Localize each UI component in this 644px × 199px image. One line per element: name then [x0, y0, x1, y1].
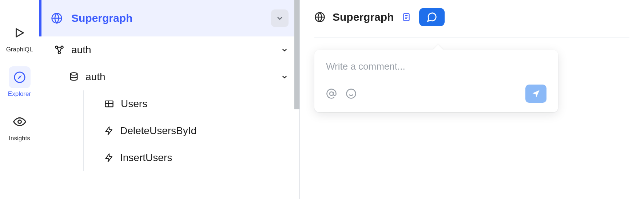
comment-input[interactable]	[326, 61, 546, 72]
action-icon	[104, 153, 114, 163]
chevron-down-icon	[275, 14, 284, 23]
tree-label: DeleteUsersById	[120, 125, 196, 137]
database-icon	[69, 72, 79, 82]
svg-point-7	[61, 46, 63, 48]
scrollbar[interactable]	[294, 0, 299, 109]
emoji-button[interactable]	[346, 88, 357, 99]
supergraph-title: Supergraph	[71, 12, 132, 24]
svg-marker-2	[17, 75, 21, 79]
at-icon	[326, 88, 337, 99]
supergraph-header[interactable]: Supergraph	[39, 0, 299, 36]
nav-item-explorer[interactable]: Explorer	[8, 66, 31, 98]
chat-icon	[426, 12, 437, 23]
svg-marker-14	[106, 154, 112, 162]
notes-icon	[402, 12, 411, 22]
play-icon	[8, 22, 30, 44]
action-icon	[104, 126, 114, 136]
eye-icon	[9, 111, 31, 133]
globe-icon	[51, 12, 63, 24]
explorer-panel: Supergraph auth auth	[39, 0, 300, 199]
svg-point-21	[330, 92, 333, 95]
tree: auth auth Users	[39, 36, 299, 171]
comment-actions	[326, 85, 546, 103]
nav-label: Explorer	[8, 90, 31, 98]
detail-header: Supergraph	[314, 8, 629, 38]
smile-icon	[346, 88, 357, 99]
send-button[interactable]	[525, 85, 546, 103]
tree-subgraph-row[interactable]: auth	[54, 36, 289, 63]
svg-point-6	[55, 46, 57, 48]
svg-marker-0	[16, 29, 24, 37]
project-icon	[54, 44, 65, 55]
nav-item-insights[interactable]: Insights	[9, 111, 31, 142]
comment-composer	[314, 50, 558, 112]
detail-title: Supergraph	[333, 11, 394, 23]
nav-label: Insights	[9, 135, 30, 142]
tree-item[interactable]: InsertUsers	[104, 144, 289, 171]
svg-point-22	[347, 89, 356, 98]
mention-button[interactable]	[326, 88, 337, 99]
chevron-down-icon	[281, 46, 289, 54]
compass-icon	[9, 66, 31, 88]
nav-item-graphiql[interactable]: GraphiQL	[6, 22, 33, 53]
tree-datasource-row[interactable]: auth	[69, 63, 289, 90]
tree-label: auth	[71, 44, 91, 56]
svg-point-3	[18, 120, 21, 124]
svg-marker-13	[106, 127, 112, 135]
send-icon	[531, 89, 541, 98]
notes-button[interactable]	[401, 12, 412, 23]
collapse-button[interactable]	[271, 9, 289, 27]
comments-button[interactable]	[419, 8, 445, 26]
svg-point-9	[71, 73, 77, 75]
tree-label: InsertUsers	[120, 152, 172, 164]
tree-item[interactable]: Users	[104, 90, 289, 117]
detail-panel: Supergraph	[300, 0, 644, 199]
table-icon	[104, 99, 114, 109]
globe-icon	[314, 12, 325, 23]
tree-label: auth	[86, 71, 106, 83]
left-nav: GraphiQL Explorer Insights	[0, 0, 39, 199]
chevron-down-icon	[281, 73, 289, 81]
nav-label: GraphiQL	[6, 46, 33, 53]
tree-item[interactable]: DeleteUsersById	[104, 117, 289, 144]
tree-label: Users	[121, 98, 147, 110]
